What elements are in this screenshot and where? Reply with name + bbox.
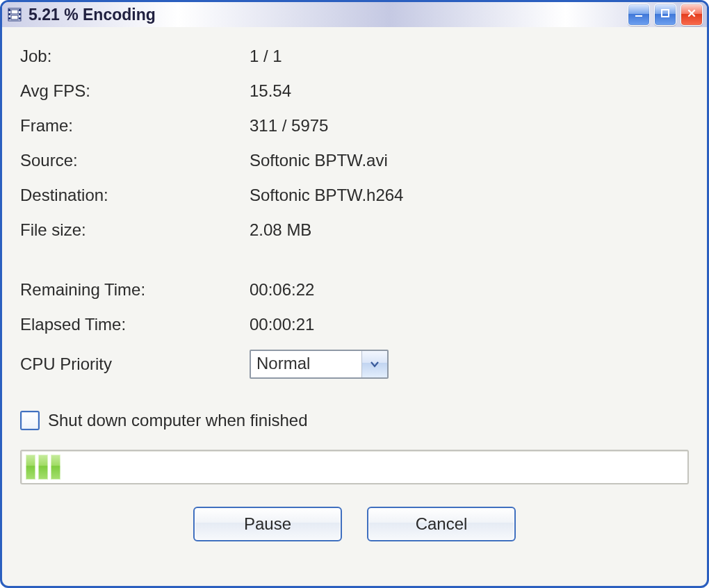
cancel-button[interactable]: Cancel xyxy=(367,507,516,541)
label-elapsed-time: Elapsed Time: xyxy=(20,315,243,334)
svg-rect-5 xyxy=(19,13,21,15)
encoding-progress-window: 5.21 % Encoding Job: 1 / 1 xyxy=(0,0,709,588)
chevron-down-icon xyxy=(369,354,380,374)
progress-bar xyxy=(20,450,689,484)
label-source: Source: xyxy=(20,151,243,170)
window-controls xyxy=(628,3,703,26)
shutdown-checkbox-row[interactable]: Shut down computer when finished xyxy=(20,411,689,430)
label-remaining-time: Remaining Time: xyxy=(20,280,243,300)
pause-button[interactable]: Pause xyxy=(193,507,342,541)
value-file-size: 2.08 MB xyxy=(250,220,689,240)
button-row: Pause Cancel xyxy=(20,507,689,541)
label-job: Job: xyxy=(20,47,243,66)
value-job: 1 / 1 xyxy=(250,47,689,66)
svg-rect-3 xyxy=(8,17,10,19)
label-file-size: File size: xyxy=(20,220,243,240)
value-source: Softonic BPTW.avi xyxy=(250,151,689,170)
svg-rect-1 xyxy=(8,9,10,11)
shutdown-label: Shut down computer when finished xyxy=(48,411,308,430)
close-icon xyxy=(687,8,696,21)
svg-rect-4 xyxy=(19,9,21,11)
label-avg-fps: Avg FPS: xyxy=(20,81,243,101)
svg-rect-10 xyxy=(662,10,669,17)
close-button[interactable] xyxy=(681,3,703,26)
progress-segment xyxy=(38,455,48,480)
titlebar[interactable]: 5.21 % Encoding xyxy=(2,2,707,27)
window-title: 5.21 % Encoding xyxy=(28,6,628,24)
value-avg-fps: 15.54 xyxy=(250,81,689,101)
maximize-icon xyxy=(660,8,670,21)
cpu-priority-value: Normal xyxy=(251,351,361,377)
cpu-priority-dropdown-button[interactable] xyxy=(361,351,387,377)
value-remaining-time: 00:06:22 xyxy=(250,280,689,300)
client-area: Job: 1 / 1 Avg FPS: 15.54 Frame: 311 / 5… xyxy=(2,27,707,586)
label-frame: Frame: xyxy=(20,116,243,136)
value-frame: 311 / 5975 xyxy=(250,116,689,136)
info-grid: Job: 1 / 1 Avg FPS: 15.54 Frame: 311 / 5… xyxy=(20,47,689,379)
minimize-button[interactable] xyxy=(628,3,650,26)
label-destination: Destination: xyxy=(20,186,243,205)
value-destination: Softonic BPTW.h264 xyxy=(250,186,689,205)
shutdown-checkbox[interactable] xyxy=(20,411,40,430)
minimize-icon xyxy=(634,8,644,21)
svg-rect-2 xyxy=(8,13,10,15)
svg-rect-9 xyxy=(635,15,642,17)
label-cpu-priority: CPU Priority xyxy=(20,354,243,374)
svg-rect-8 xyxy=(11,15,18,19)
progress-segment xyxy=(51,455,60,480)
progress-segment xyxy=(26,455,35,480)
app-film-icon xyxy=(8,8,22,22)
maximize-button[interactable] xyxy=(654,3,676,26)
cpu-priority-select[interactable]: Normal xyxy=(250,350,389,379)
svg-rect-6 xyxy=(19,17,21,19)
svg-rect-7 xyxy=(11,10,18,14)
value-elapsed-time: 00:00:21 xyxy=(250,315,689,334)
